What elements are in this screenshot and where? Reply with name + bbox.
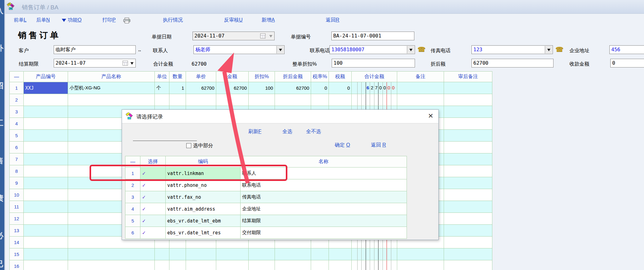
cell-code[interactable] [24, 130, 68, 142]
left-nav-char[interactable]: 已 [0, 259, 3, 269]
toolbar-execution-button[interactable]: 执行情况 [163, 17, 183, 23]
toolbar-unaudit-button[interactable]: 反审核U [224, 17, 243, 23]
cell-code[interactable] [24, 225, 68, 237]
left-nav-char[interactable]: 必 [0, 231, 3, 241]
cell-code[interactable] [24, 237, 68, 248]
left-nav-strip[interactable]: 入外招工售债必已 [0, 0, 4, 270]
cell-audit_note[interactable] [444, 130, 492, 142]
cell-discount[interactable] [249, 260, 275, 270]
cell-audit_note[interactable] [444, 225, 492, 237]
cell-total-digit-grid[interactable] [352, 248, 397, 260]
refresh-link[interactable]: 刷新F [248, 128, 261, 135]
cell-audit_note[interactable] [444, 189, 492, 201]
cell-code[interactable]: vattr.phone_no [166, 179, 241, 191]
toolbar-return-button[interactable]: 返回R [326, 17, 339, 23]
cell-code[interactable]: XXJ [24, 82, 68, 94]
cell-tax_rate[interactable]: 0 [311, 82, 329, 94]
cell-after_amount[interactable] [275, 260, 311, 270]
cell-unit[interactable]: 个 [155, 82, 169, 94]
customer-field[interactable]: 临时客户 [54, 45, 136, 54]
cell-tax_rate[interactable] [311, 94, 329, 106]
ok-button[interactable]: 确定 O [335, 142, 350, 148]
cell-tax_rate[interactable] [311, 260, 329, 270]
left-nav-char[interactable]: 售 [0, 156, 3, 166]
cell-tax[interactable] [329, 260, 352, 270]
cell-amount[interactable]: 62700 [216, 82, 249, 94]
linkman-combo[interactable]: 杨老师 [193, 45, 285, 54]
cell-audit_note[interactable] [444, 177, 492, 189]
cell-amount[interactable] [216, 260, 249, 270]
left-nav-char[interactable]: 债 [0, 193, 3, 203]
cell-price[interactable] [186, 94, 216, 106]
cell-note[interactable] [397, 248, 444, 260]
cell-name[interactable]: 联系电话 [241, 179, 407, 191]
record-row[interactable]: 4✓vattr.aim_address企业地址 [125, 203, 407, 215]
cell-check[interactable]: ✓ [140, 179, 166, 191]
cell-check[interactable]: ✓ [140, 227, 166, 239]
cell-after_amount[interactable]: 62700 [275, 82, 311, 94]
cell-note[interactable] [397, 94, 444, 106]
cell-discount[interactable] [249, 248, 275, 260]
cell-qty[interactable] [169, 260, 186, 270]
cell-tax[interactable]: 0 [329, 82, 352, 94]
close-icon[interactable]: ✕ [428, 112, 433, 120]
cell-code[interactable]: ebs_vr.date_lmt_ebm [166, 215, 241, 227]
cell-after_amount[interactable] [275, 248, 311, 260]
cell-price[interactable] [186, 248, 216, 260]
cell-name[interactable]: 交付期限 [241, 227, 407, 239]
date-field[interactable]: 2024-11-07 [193, 32, 275, 40]
cell-code[interactable] [24, 153, 68, 165]
cell-after_amount[interactable] [275, 94, 311, 106]
cell-code[interactable] [24, 106, 68, 118]
left-nav-char[interactable]: 工 [0, 118, 3, 128]
cell-audit_note[interactable] [444, 248, 492, 260]
toolbar-function-button[interactable]: 功能O [68, 17, 81, 23]
cell-audit_note[interactable] [444, 201, 492, 213]
date-dropdown-button[interactable] [268, 32, 274, 40]
phone-icon[interactable]: ☎ [417, 46, 426, 53]
left-nav-char[interactable]: 入 [0, 6, 3, 16]
receipt-field[interactable]: 0 [610, 59, 644, 68]
fax-combo[interactable]: 123 [471, 45, 553, 54]
cell-discount[interactable]: 100 [249, 82, 275, 94]
cell-discount[interactable] [249, 94, 275, 106]
cell-amount[interactable] [216, 248, 249, 260]
fax-phone-icon[interactable]: ☎ [555, 46, 564, 53]
fax-dropdown-button[interactable] [545, 46, 552, 53]
cell-audit_note[interactable] [444, 94, 492, 106]
cell-unit[interactable] [155, 94, 169, 106]
cell-qty[interactable]: 1 [169, 82, 186, 94]
cell-check[interactable]: ✓ [140, 191, 166, 203]
partial-select-checkbox[interactable] [186, 143, 191, 148]
cell-price[interactable] [186, 260, 216, 270]
cell-code[interactable] [24, 118, 68, 130]
record-row[interactable]: 2✓vattr.phone_no联系电话 [125, 179, 407, 191]
cell-name[interactable] [68, 260, 155, 270]
cell-unit[interactable] [155, 248, 169, 260]
cell-tax_rate[interactable] [311, 248, 329, 260]
discount-field[interactable]: 100 [332, 59, 415, 68]
cell-price[interactable]: 62700 [186, 82, 216, 94]
cell-audit_note[interactable] [444, 153, 492, 165]
cell-name[interactable]: 结算期限 [241, 215, 407, 227]
cell-tax[interactable] [329, 248, 352, 260]
cell-name[interactable]: 企业地址 [241, 203, 407, 215]
cell-code[interactable]: vattr.aim_address [166, 203, 241, 215]
record-row[interactable]: 6✓ebs_vr.date_lmt_res交付期限 [125, 227, 407, 239]
cell-audit_note[interactable] [444, 82, 492, 94]
cell-code[interactable] [24, 142, 68, 153]
cell-code[interactable] [24, 213, 68, 225]
select-all-link[interactable]: 全选 [282, 128, 292, 135]
cell-code[interactable] [24, 177, 68, 189]
left-nav-char[interactable]: 外 [0, 43, 3, 53]
cell-code[interactable] [24, 94, 68, 106]
docno-field[interactable]: BA-24-11-07-0001 [331, 32, 414, 40]
cell-audit_note[interactable] [444, 260, 492, 270]
record-row[interactable]: 5✓ebs_vr.date_lmt_ebm结算期限 [125, 215, 407, 227]
cell-audit_note[interactable] [444, 106, 492, 118]
cell-check[interactable]: ✓ [140, 203, 166, 215]
toolbar-print-button[interactable]: 打印P [102, 17, 116, 23]
left-nav-char[interactable]: 招 [0, 81, 3, 91]
cell-code[interactable] [24, 189, 68, 201]
cell-total-digit-grid[interactable] [352, 94, 397, 106]
